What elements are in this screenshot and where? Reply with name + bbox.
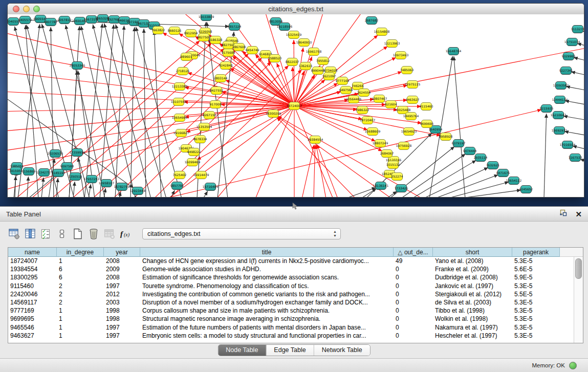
column-header-pagerank[interactable]: pagerank (512, 248, 560, 257)
graph-node[interactable]: 9175685 (222, 49, 235, 57)
graph-node[interactable]: 16099469 (185, 159, 201, 166)
graph-node[interactable]: 8427552 (210, 87, 224, 95)
graph-node[interactable]: 2935114 (474, 154, 488, 162)
graph-edge[interactable] (72, 51, 235, 197)
graph-edge[interactable] (563, 116, 584, 122)
graph-node[interactable]: 1405572 (18, 16, 32, 24)
graph-edge[interactable] (447, 182, 509, 197)
graph-node[interactable]: 12923448 (130, 187, 146, 195)
column-header-name[interactable]: name (8, 248, 57, 257)
graph-edge[interactable] (412, 160, 476, 197)
table-mode-icon[interactable] (7, 227, 21, 240)
graph-node[interactable]: 28053346 (70, 62, 85, 70)
graph-edge[interactable] (104, 188, 105, 197)
graph-edge[interactable] (277, 117, 356, 197)
graph-edge[interactable] (73, 182, 75, 197)
column-header-out_de[interactable]: △ out_de... (394, 248, 433, 257)
graph-node[interactable]: 9057819 (58, 16, 72, 24)
graph-edge[interactable] (8, 106, 294, 112)
graph-node[interactable]: 3624554 (357, 89, 371, 97)
column-header-short[interactable]: short (433, 248, 512, 257)
graph-node[interactable]: 17016504 (560, 141, 576, 149)
graph-node[interactable]: 8958928 (439, 133, 453, 141)
graph-node[interactable]: 16154808 (374, 28, 390, 36)
tab-network-table[interactable]: Network Table (314, 345, 370, 356)
graph-node[interactable]: 9777169 (336, 77, 350, 85)
graph-edge[interactable] (136, 27, 182, 197)
table-row[interactable]: 977716911998Corpus callosum shape and si… (8, 307, 583, 315)
graph-node[interactable]: 9474444 (463, 147, 477, 155)
graph-node[interactable]: 252274 (391, 173, 403, 181)
graph-node[interactable]: 1113274 (571, 26, 584, 33)
graph-node[interactable]: 20564486 (346, 96, 362, 103)
graph-node[interactable]: 2718126 (176, 68, 190, 75)
minimize-window-icon[interactable] (23, 6, 30, 12)
graph-node[interactable]: 19654923 (401, 128, 417, 136)
graph-edge[interactable] (571, 72, 584, 77)
graph-edge[interactable] (454, 56, 465, 197)
graph-node[interactable]: 2684067 (380, 150, 394, 158)
graph-node[interactable]: 8267150 (203, 112, 216, 119)
graph-edge[interactable] (294, 14, 366, 106)
graph-edge[interactable] (294, 48, 303, 106)
graph-node[interactable]: 9242848 (219, 62, 233, 70)
graph-node[interactable]: 8822037 (286, 58, 299, 66)
close-window-icon[interactable] (13, 6, 19, 12)
graph-node[interactable]: 9498222 (187, 148, 201, 156)
graph-node[interactable]: 9857791 (170, 182, 184, 190)
graph-node[interactable]: 19166827 (173, 129, 189, 137)
graph-node[interactable]: 7857224 (228, 23, 242, 31)
graph-node[interactable]: 7986322 (356, 106, 369, 114)
table-row[interactable]: 1830029562008Estimation of significance … (8, 273, 583, 281)
graph-node[interactable]: 8990448 (311, 67, 325, 75)
graph-edge[interactable] (197, 22, 206, 197)
graph-node[interactable]: 1156869 (22, 168, 36, 176)
graph-node[interactable]: 10688609 (365, 128, 381, 136)
graph-edge[interactable] (345, 187, 376, 197)
graph-node[interactable]: 8454749 (246, 47, 259, 54)
table-row[interactable]: 1456911722003Disruption of a novel membe… (8, 298, 583, 307)
graph-node[interactable]: 10107554 (171, 98, 187, 106)
delete-column-icon[interactable] (86, 227, 100, 240)
graph-node[interactable]: 1350515 (69, 173, 82, 181)
graph-node[interactable]: 15692931 (552, 127, 568, 135)
graph-node[interactable]: 7955812 (316, 57, 330, 65)
graph-node[interactable]: 16648784 (446, 48, 462, 55)
graph-node[interactable]: 12213963 (384, 40, 400, 48)
graph-node[interactable]: 16782759 (114, 183, 130, 191)
graph-edge[interactable] (574, 57, 584, 63)
rows-icon[interactable] (55, 227, 69, 240)
graph-node[interactable]: 1015132 (386, 161, 400, 169)
graph-edge[interactable] (27, 177, 28, 197)
graph-edge[interactable] (577, 43, 584, 49)
graph-node[interactable]: 16325419 (286, 31, 302, 39)
column-header-in_degree[interactable]: in_degree (57, 248, 104, 257)
graph-edge[interactable] (203, 191, 208, 197)
window-titlebar[interactable]: citations_edges.txt (8, 4, 584, 15)
table-selector[interactable]: citations_edges.txt ▲▼ (142, 228, 341, 239)
graph-node[interactable]: 11353594 (197, 123, 212, 131)
graph-node[interactable]: 1733426 (395, 185, 408, 192)
graph-node[interactable]: 1167533 (569, 154, 582, 162)
graph-edge[interactable] (565, 101, 584, 106)
tab-node-table[interactable]: Node Table (218, 345, 266, 356)
graph-node[interactable]: 15716485 (203, 183, 219, 191)
tab-edge-table[interactable]: Edge Table (266, 345, 314, 356)
graph-node[interactable]: 16961758 (306, 48, 322, 56)
graph-edge[interactable] (253, 106, 294, 197)
graph-node[interactable]: 1621097 (322, 73, 336, 80)
graph-edge[interactable] (564, 132, 584, 137)
table-row[interactable]: 1938455462009Genome-wide association stu… (8, 265, 583, 273)
column-header-title[interactable]: title (140, 248, 394, 257)
graph-edge[interactable] (169, 70, 302, 197)
graph-node[interactable]: 9097588 (60, 163, 74, 170)
scrollbar-thumb[interactable] (575, 258, 582, 279)
graph-node[interactable]: 10654985 (172, 114, 188, 122)
graph-node[interactable]: 12093582 (553, 82, 569, 90)
close-icon[interactable]: ✕ (575, 210, 582, 218)
table-row[interactable]: 2242004622012Investigating the contribut… (8, 290, 583, 298)
table-row[interactable]: 911546021997Tourette syndrome. Phenomeno… (8, 282, 583, 290)
graph-edge[interactable] (144, 29, 146, 197)
graph-edge[interactable] (89, 184, 91, 197)
graph-edge[interactable] (84, 24, 102, 197)
